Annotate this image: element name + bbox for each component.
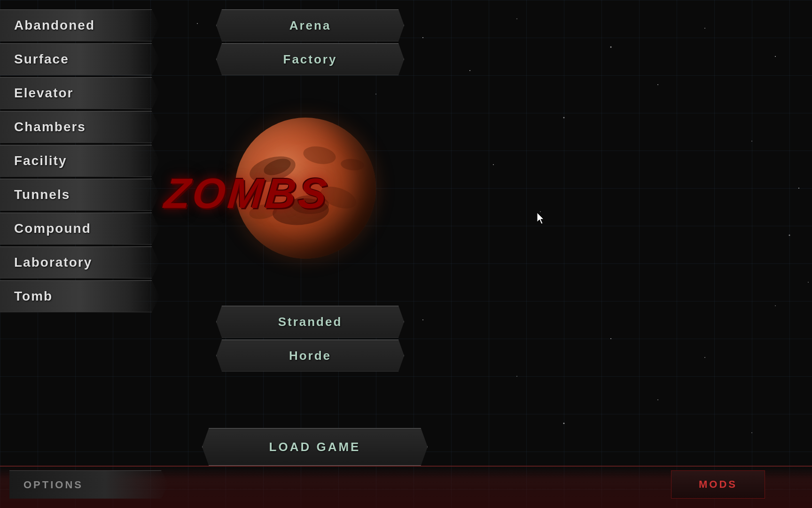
svg-point-28 xyxy=(302,144,337,167)
svg-marker-33 xyxy=(537,213,544,224)
svg-point-10 xyxy=(751,141,752,142)
svg-point-5 xyxy=(704,28,705,29)
svg-point-16 xyxy=(610,338,611,339)
svg-point-19 xyxy=(563,423,565,424)
menu-btn-abandoned[interactable]: Abandoned xyxy=(0,9,160,41)
menu-btn-chambers[interactable]: Chambers xyxy=(0,111,160,143)
svg-point-22 xyxy=(798,188,799,189)
svg-point-2 xyxy=(422,37,423,38)
right-top-menu: Arena Factory xyxy=(216,9,404,75)
menu-btn-factory[interactable]: Factory xyxy=(216,43,404,75)
left-menu: Abandoned Surface Elevator Chambers Faci… xyxy=(0,9,160,312)
svg-point-18 xyxy=(775,305,776,306)
menu-btn-surface[interactable]: Surface xyxy=(0,43,160,75)
svg-point-6 xyxy=(775,56,776,57)
svg-point-21 xyxy=(751,432,752,433)
svg-point-24 xyxy=(808,282,809,283)
svg-point-8 xyxy=(563,117,565,119)
menu-btn-stranded[interactable]: Stranded xyxy=(216,306,404,338)
svg-point-23 xyxy=(789,235,790,236)
svg-point-9 xyxy=(657,84,658,85)
svg-point-26 xyxy=(540,211,541,212)
menu-btn-tomb[interactable]: Tomb xyxy=(0,280,160,312)
svg-point-15 xyxy=(516,376,517,377)
svg-point-32 xyxy=(340,158,365,171)
svg-point-0 xyxy=(197,23,198,24)
menu-btn-laboratory[interactable]: Laboratory xyxy=(0,246,160,278)
mods-button[interactable]: MODS xyxy=(671,470,765,499)
game-title: ZOMBS xyxy=(162,169,331,218)
svg-point-25 xyxy=(493,164,494,165)
menu-btn-facility[interactable]: Facility xyxy=(0,145,160,177)
svg-point-11 xyxy=(469,70,470,71)
menu-btn-compound[interactable]: Compound xyxy=(0,213,160,245)
menu-btn-elevator[interactable]: Elevator xyxy=(0,77,160,109)
mouse-cursor xyxy=(537,213,547,224)
menu-btn-tunnels[interactable]: Tunnels xyxy=(0,179,160,211)
svg-point-17 xyxy=(704,357,705,358)
svg-point-3 xyxy=(516,18,517,19)
svg-point-4 xyxy=(610,47,612,48)
menu-btn-horde[interactable]: Horde xyxy=(216,340,404,372)
right-bottom-menu: Stranded Horde xyxy=(216,306,404,372)
menu-btn-arena[interactable]: Arena xyxy=(216,9,404,41)
svg-point-7 xyxy=(375,94,376,95)
svg-point-14 xyxy=(422,319,423,320)
svg-point-20 xyxy=(657,399,658,400)
load-game-button[interactable]: LOAD GAME xyxy=(202,428,428,466)
options-button[interactable]: OPTIONS xyxy=(9,470,169,499)
